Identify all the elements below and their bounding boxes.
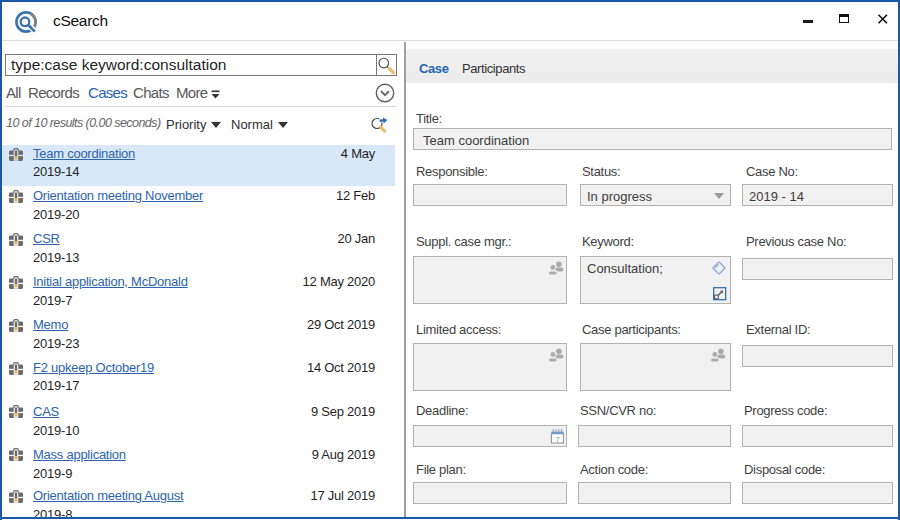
- svg-text:7: 7: [556, 435, 560, 442]
